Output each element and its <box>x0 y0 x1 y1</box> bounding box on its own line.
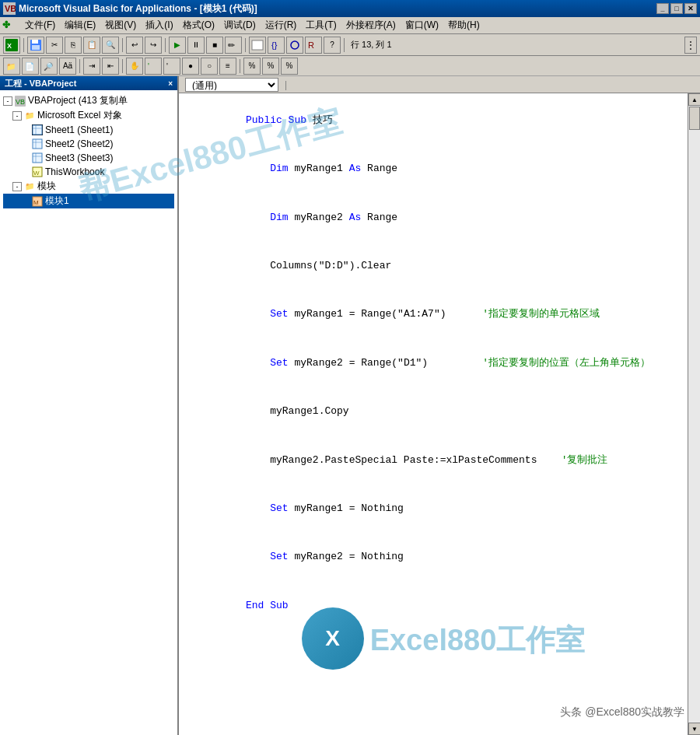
tree-item-module1[interactable]: M 模块1 <box>3 194 174 208</box>
hand-button[interactable]: ✋ <box>126 58 143 75</box>
userform-button[interactable] <box>249 37 266 54</box>
scroll-track[interactable] <box>688 106 700 723</box>
redo-button[interactable]: ↪ <box>145 37 162 54</box>
svg-text:VB: VB <box>5 4 16 13</box>
left-panel: 工程 - VBAProject × - VB VBAProject (413 复… <box>0 76 179 735</box>
tree-item-excel-objects[interactable]: - 📁 Microsoft Excel 对象 <box>3 108 174 123</box>
menu-view[interactable]: 视图(V) <box>100 17 141 33</box>
panel-close-button[interactable]: × <box>168 79 173 88</box>
line6-content: myRange2 = Range("D1") <box>294 357 482 369</box>
bp-list-button[interactable]: ≡ <box>219 58 236 75</box>
clearbp-button[interactable]: ○ <box>201 58 218 75</box>
svg-text:📁: 📁 <box>6 61 16 72</box>
tree-item-thisworkbook[interactable]: W ThisWorkbook <box>3 165 174 179</box>
code-object-dropdown[interactable]: (通用) <box>185 78 278 92</box>
keyword-dim1: Dim <box>270 163 294 174</box>
commentblock-button[interactable]: ' <box>145 58 162 75</box>
svg-rect-38 <box>33 153 42 163</box>
minimize-button[interactable]: _ <box>656 3 669 14</box>
paste-button[interactable]: 📋 <box>83 37 100 54</box>
project-icon: VB <box>14 95 26 107</box>
break-button[interactable]: ⏸ <box>187 37 205 54</box>
keyword-public: Public Sub <box>246 114 313 126</box>
ref-button[interactable]: R <box>305 37 322 54</box>
uncommentblock-button[interactable]: ' <box>163 58 180 75</box>
menu-format[interactable]: 格式(O) <box>178 17 219 33</box>
indent-button[interactable]: ⇥ <box>83 58 100 75</box>
menu-edit[interactable]: 编辑(E) <box>60 17 100 33</box>
modules-folder-icon: 📁 <box>23 180 36 193</box>
menu-window[interactable]: 窗口(W) <box>401 17 443 33</box>
togglebp-button[interactable]: ● <box>182 58 199 75</box>
excel-icon-button[interactable]: X <box>3 37 20 54</box>
panel-title: 工程 - VBAProject × <box>0 76 177 90</box>
tree-item-project[interactable]: - VB VBAProject (413 复制单 <box>3 93 174 108</box>
scroll-up-button[interactable]: ▲ <box>688 93 700 106</box>
menu-tools[interactable]: 工具(T) <box>301 17 341 33</box>
expand-project[interactable]: - <box>3 96 12 106</box>
menu-run[interactable]: 运行(R) <box>261 17 302 33</box>
classmodule-button[interactable] <box>286 37 303 54</box>
tree-item-modules-folder[interactable]: - 📁 模块 <box>3 179 174 194</box>
find-button[interactable]: 🔍 <box>102 37 119 54</box>
project-explorer-button[interactable]: 📁 <box>3 58 20 75</box>
scroll-down-button[interactable]: ▼ <box>688 723 700 735</box>
code-area[interactable]: Public Sub 技巧 Dim myRange1 As Range Dim … <box>179 93 688 735</box>
line8-content: myRange2.PasteSpecial Paste:=xlPasteComm… <box>246 454 562 466</box>
run-button[interactable]: ▶ <box>169 37 186 54</box>
position-label: 行 13, 列 1 <box>348 39 395 51</box>
code-line-3: Dim myRange2 As Range <box>185 194 681 242</box>
module1-icon: M <box>31 195 44 208</box>
undo-button[interactable]: ↩ <box>126 37 143 54</box>
svg-text:R: R <box>308 40 314 50</box>
svg-text:X: X <box>7 42 12 50</box>
expand-excel-objects[interactable]: - <box>12 111 22 121</box>
svg-rect-8 <box>32 45 40 50</box>
line9-indent <box>246 502 270 514</box>
menu-insert[interactable]: 插入(I) <box>141 17 177 33</box>
tree-item-sheet2[interactable]: Sheet2 (Sheet2) <box>3 137 174 151</box>
code-line-11: End Sub <box>185 582 681 630</box>
menu-addins[interactable]: 外接程序(A) <box>341 17 401 33</box>
svg-text:📄: 📄 <box>25 61 35 72</box>
save-button[interactable] <box>27 37 44 54</box>
stop-button[interactable]: ■ <box>206 37 223 54</box>
cut-button[interactable]: ✂ <box>46 37 63 54</box>
menu-help[interactable]: 帮助(H) <box>443 17 485 33</box>
line4-content: Columns("D:D").Clear <box>246 260 391 271</box>
outdent-button[interactable]: ⇤ <box>102 58 119 75</box>
menu-debug[interactable]: 调试(D) <box>219 17 261 33</box>
menu-file[interactable]: 文件(F) <box>20 17 60 33</box>
properties-button[interactable]: 📄 <box>22 58 39 75</box>
maximize-button[interactable]: □ <box>670 3 683 14</box>
vertical-scrollbar[interactable]: ▲ ▼ <box>688 93 700 735</box>
comment3: '复制批注 <box>562 454 608 466</box>
panel-title-text: 工程 - VBAProject <box>5 78 76 89</box>
help-button[interactable]: ? <box>324 37 341 54</box>
expand-modules[interactable]: - <box>12 182 22 191</box>
close-button[interactable]: ✕ <box>684 3 697 14</box>
svg-rect-32 <box>33 125 42 135</box>
module-button[interactable]: {} <box>268 37 285 54</box>
copy-button[interactable]: ⎘ <box>65 37 82 54</box>
design-mode-button[interactable]: ✏ <box>225 37 242 54</box>
sep2 <box>122 38 123 52</box>
toolbar-grip[interactable]: ⋮ <box>684 37 697 54</box>
sheet1-icon <box>31 124 44 136</box>
line2-indent <box>246 163 270 174</box>
toolbar2-extra1[interactable]: % <box>243 58 261 75</box>
objectbrowser-button[interactable]: 🔎 <box>40 58 58 75</box>
code-line-4: Columns("D:D").Clear <box>185 242 681 290</box>
toolbar2-btn4[interactable]: Aä <box>59 58 76 75</box>
svg-rect-35 <box>33 139 42 149</box>
right-panel: (通用) | Public Sub 技巧 Dim myRange1 As Ran… <box>179 76 700 735</box>
tree-item-sheet1[interactable]: Sheet1 (Sheet1) <box>3 123 174 137</box>
toolbar2-extra2[interactable]: % <box>262 58 279 75</box>
code-sep: | <box>285 79 287 90</box>
toolbar2-extra3[interactable]: % <box>281 58 298 75</box>
code-line-5: Set myRange1 = Range("A1:A7") '指定要复制的单元格… <box>185 291 681 339</box>
line7-content: myRange1.Copy <box>246 405 349 417</box>
code-line-7: myRange1.Copy <box>185 387 681 436</box>
tree-item-sheet3[interactable]: Sheet3 (Sheet3) <box>3 151 174 165</box>
scroll-thumb[interactable] <box>689 107 700 130</box>
